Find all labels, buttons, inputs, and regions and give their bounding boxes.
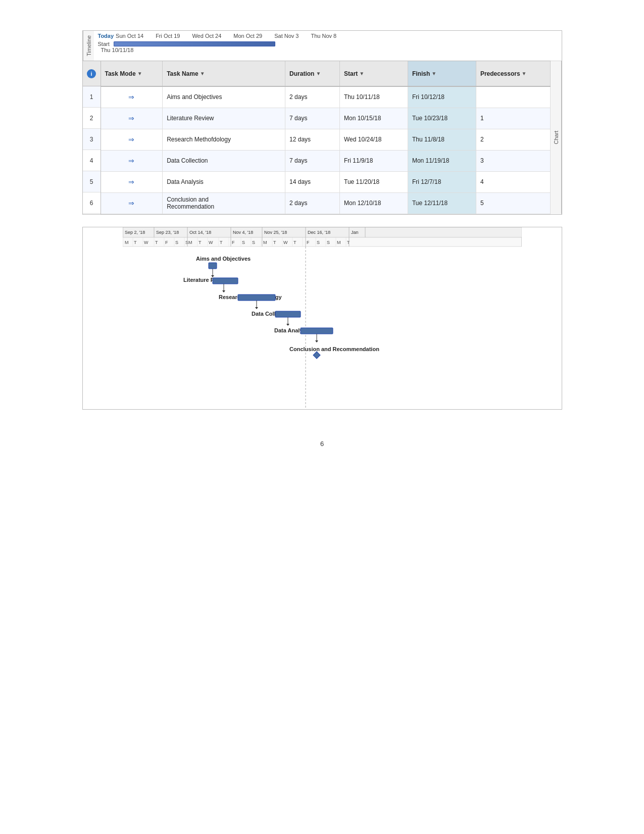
timeline-date-1: Fri Oct 19 (156, 33, 180, 39)
svg-text:M: M (125, 240, 129, 245)
svg-text:Nov 25, '18: Nov 25, '18 (264, 230, 287, 235)
col-header-finish[interactable]: Finish ▼ (408, 61, 476, 86)
start-cell-2: Mon 10/15/18 (340, 108, 408, 129)
timeline-content: Today Sun Oct 14 Fri Oct 19 Wed Oct 24 M… (94, 31, 562, 61)
svg-text:Oct 14, '18: Oct 14, '18 (189, 230, 211, 235)
predecessors-cell-6: 5 (476, 192, 550, 214)
duration-cell-2: 7 days (285, 108, 340, 129)
timeline-date-0: Sun Oct 14 (116, 33, 143, 39)
svg-text:M: M (337, 240, 341, 245)
svg-text:T: T (220, 240, 223, 245)
task-mode-icon-2: ⇒ (128, 114, 134, 122)
timeline-dates-row: Today Sun Oct 14 Fri Oct 19 Wed Oct 24 M… (98, 33, 562, 39)
svg-rect-89 (313, 351, 320, 358)
timeline-date-5: Thu Nov 8 (311, 33, 336, 39)
table-row: ⇒ Data Analysis 14 days Tue 11/20/18 Fri… (101, 171, 551, 192)
table-row: ⇒ Aims and Objectives 2 days Thu 10/11/1… (101, 86, 551, 108)
task-name-cell-2: Literature Review (163, 108, 285, 129)
svg-text:S: S (252, 240, 255, 245)
timeline-today-label: Today (98, 33, 114, 39)
chart-label: Chart (551, 61, 562, 214)
duration-arrow[interactable]: ▼ (316, 71, 321, 76)
table-row: ⇒ Conclusion and Recommendation 2 days M… (101, 192, 551, 214)
duration-cell-5: 14 days (285, 171, 340, 192)
finish-cell-1: Fri 10/12/18 (408, 86, 476, 108)
info-icon: i (87, 69, 96, 78)
predecessors-cell-2: 1 (476, 108, 550, 129)
svg-text:T: T (347, 240, 350, 245)
task-name-cell-6: Conclusion and Recommendation (163, 192, 285, 214)
task-mode-icon-6: ⇒ (128, 199, 134, 207)
gantt-data-table: Task Mode ▼ Task Name ▼ (101, 61, 551, 214)
task-mode-cell-2: ⇒ (101, 108, 163, 129)
finish-cell-3: Thu 11/8/18 (408, 129, 476, 150)
start-cell-6: Mon 12/10/18 (340, 192, 408, 214)
row-num-4: 4 (83, 150, 101, 171)
start-arrow[interactable]: ▼ (359, 71, 364, 76)
row-num-2: 2 (83, 108, 101, 129)
col-header-start[interactable]: Start ▼ (340, 61, 408, 86)
table-header-row: Task Mode ▼ Task Name ▼ (101, 61, 551, 86)
svg-text:T: T (293, 240, 296, 245)
timeline-date-3: Mon Oct 29 (233, 33, 262, 39)
predecessors-arrow[interactable]: ▼ (522, 71, 527, 76)
svg-text:Jan: Jan (351, 230, 359, 235)
gantt-chart-section: Sep 2, '18 Sep 23, '18 Oct 14, '18 Nov 4… (82, 227, 562, 410)
svg-marker-87 (315, 340, 318, 342)
svg-text:Conclusion and Recommendation: Conclusion and Recommendation (289, 346, 379, 352)
svg-text:W: W (144, 240, 148, 245)
finish-arrow[interactable]: ▼ (431, 71, 436, 76)
predecessors-cell-3: 2 (476, 129, 550, 150)
svg-text:F: F (165, 240, 168, 245)
col-header-predecessors[interactable]: Predecessors ▼ (476, 61, 550, 86)
predecessors-cell-4: 3 (476, 150, 550, 171)
svg-text:S: S (317, 240, 320, 245)
svg-text:W: W (209, 240, 213, 245)
svg-text:W: W (283, 240, 288, 245)
row-num-3: 3 (83, 129, 101, 150)
timeline-bar-row: Start (98, 41, 562, 47)
row-num-6: 6 (83, 192, 101, 214)
timeline-label: Timeline (83, 31, 94, 61)
finish-cell-5: Fri 12/7/18 (408, 171, 476, 192)
timeline-date-2: Wed Oct 24 (192, 33, 221, 39)
svg-text:F: F (307, 240, 310, 245)
task-mode-cell-3: ⇒ (101, 129, 163, 150)
task-mode-cell-4: ⇒ (101, 150, 163, 171)
task-name-cell-4: Data Collection (163, 150, 285, 171)
task-mode-arrow[interactable]: ▼ (137, 71, 142, 76)
col-header-task-name[interactable]: Task Name ▼ (163, 61, 285, 86)
start-cell-1: Thu 10/11/18 (340, 86, 408, 108)
svg-text:Nov 4, '18: Nov 4, '18 (233, 230, 253, 235)
svg-marker-79 (255, 307, 258, 309)
task-mode-icon-5: ⇒ (128, 178, 134, 186)
row-num-1: 1 (83, 86, 101, 108)
timeline-date-4: Sat Nov 3 (274, 33, 299, 39)
task-name-arrow[interactable]: ▼ (200, 71, 205, 76)
svg-marker-75 (222, 290, 225, 292)
svg-marker-83 (286, 324, 289, 326)
start-cell-5: Tue 11/20/18 (340, 171, 408, 192)
table-chart-wrapper: i 1 2 3 4 5 6 Task Mode ▼ (83, 61, 562, 214)
timeline-progress-bar (114, 41, 275, 46)
task-mode-cell-1: ⇒ (101, 86, 163, 108)
task-name-cell-5: Data Analysis (163, 171, 285, 192)
timeline-header: Timeline Today Sun Oct 14 Fri Oct 19 Wed… (83, 31, 562, 61)
duration-cell-6: 2 days (285, 192, 340, 214)
finish-cell-4: Mon 11/19/18 (408, 150, 476, 171)
gantt-chart-svg: Sep 2, '18 Sep 23, '18 Oct 14, '18 Nov 4… (123, 227, 522, 409)
col-header-duration[interactable]: Duration ▼ (285, 61, 340, 86)
task-mode-icon-1: ⇒ (128, 93, 134, 101)
page-number: 6 (82, 440, 562, 448)
start-cell-4: Fri 11/9/18 (340, 150, 408, 171)
svg-text:T: T (134, 240, 137, 245)
predecessors-cell-5: 4 (476, 171, 550, 192)
task-mode-icon-3: ⇒ (128, 135, 134, 143)
svg-text:S: S (242, 240, 245, 245)
timeline-start-date: Thu 10/11/18 (101, 47, 562, 53)
task-mode-cell-5: ⇒ (101, 171, 163, 192)
col-header-task-mode[interactable]: Task Mode ▼ (101, 61, 163, 86)
svg-rect-81 (275, 311, 301, 317)
page-container: Timeline Today Sun Oct 14 Fri Oct 19 Wed… (82, 30, 562, 448)
task-name-cell-3: Research Methofdology (163, 129, 285, 150)
